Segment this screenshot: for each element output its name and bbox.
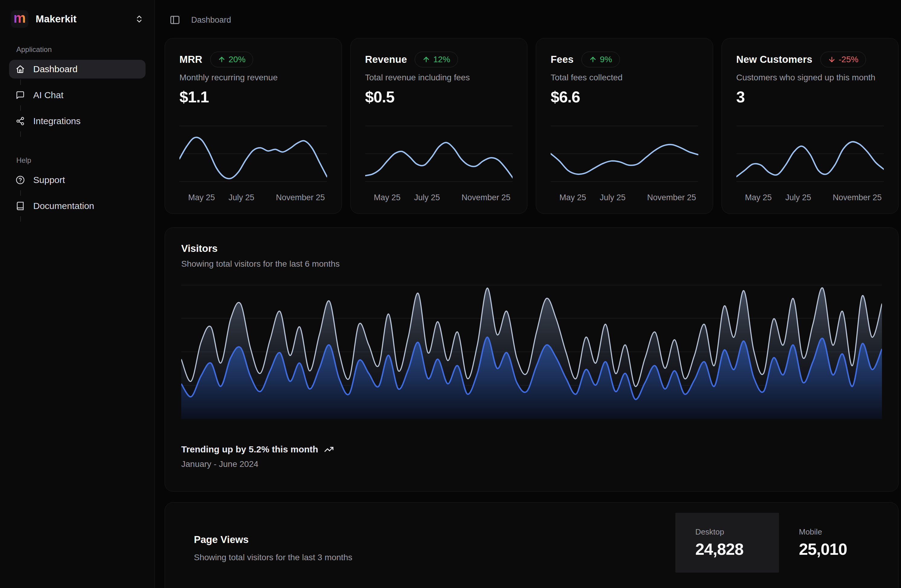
sidebar-item-label: AI Chat bbox=[33, 90, 64, 100]
stat-card-mrr: MRR 20% Monthly recurring revenue $1.1 M… bbox=[165, 38, 342, 214]
stat-card-new-customers: New Customers -25% Customers who signed … bbox=[722, 38, 899, 214]
toggle-value: 24,828 bbox=[695, 540, 779, 558]
sidebar-item-label: Support bbox=[33, 175, 65, 185]
sidebar-section-help: Help bbox=[16, 156, 146, 165]
book-icon bbox=[16, 201, 25, 211]
trend-badge: 20% bbox=[210, 51, 253, 67]
stat-value: $6.6 bbox=[550, 88, 698, 106]
stat-description: Monthly recurring revenue bbox=[179, 73, 327, 83]
trending-up-icon bbox=[324, 445, 334, 454]
sparkline-x-axis: May 25July 25November 25 bbox=[550, 193, 698, 203]
stat-value: $0.5 bbox=[365, 88, 513, 106]
page-views-title: Page Views bbox=[194, 534, 352, 546]
stat-value: $1.1 bbox=[179, 88, 327, 106]
tree-guide bbox=[20, 80, 21, 85]
sparkline-x-axis: May 25July 25November 25 bbox=[736, 193, 884, 203]
stat-description: Total revenue including fees bbox=[365, 73, 513, 83]
chevrons-up-down-icon bbox=[135, 14, 144, 23]
tree-guide bbox=[20, 131, 21, 137]
sidebar-item-documentation[interactable]: Documentation bbox=[9, 197, 146, 215]
stat-title: MRR bbox=[179, 54, 203, 65]
sidebar-item-label: Documentation bbox=[33, 201, 94, 211]
help-circle-icon bbox=[16, 175, 25, 184]
workspace-name: Makerkit bbox=[36, 13, 128, 25]
arrow-down-icon bbox=[828, 56, 836, 64]
sparkline-chart bbox=[736, 123, 884, 185]
stat-title: Fees bbox=[550, 54, 574, 65]
stat-card-revenue: Revenue 12% Total revenue including fees… bbox=[351, 38, 528, 214]
sidebar-section-application: Application bbox=[16, 45, 146, 54]
arrow-up-icon bbox=[218, 56, 226, 64]
sparkline-chart bbox=[179, 123, 327, 185]
sidebar: m Makerkit Application Dashboard AI Chat… bbox=[0, 0, 155, 588]
toggle-label: Desktop bbox=[695, 527, 779, 537]
share-icon bbox=[16, 117, 25, 126]
tree-guide bbox=[20, 105, 21, 111]
stat-title: Revenue bbox=[365, 54, 407, 65]
page-views-toggles: Desktop 24,828 Mobile 25,010 bbox=[675, 513, 882, 572]
trend-badge: 9% bbox=[581, 51, 619, 67]
visitors-title: Visitors bbox=[181, 243, 882, 254]
visitors-card: Visitors Showing total visitors for the … bbox=[165, 228, 899, 492]
arrow-up-icon bbox=[422, 56, 430, 64]
stat-title: New Customers bbox=[736, 54, 812, 65]
toggle-desktop[interactable]: Desktop 24,828 bbox=[675, 513, 779, 572]
message-square-icon bbox=[16, 90, 25, 100]
breadcrumb: Dashboard bbox=[191, 16, 231, 25]
main-content: Dashboard MRR 20% Monthly recurring reve… bbox=[155, 0, 901, 588]
sidebar-item-dashboard[interactable]: Dashboard bbox=[9, 60, 146, 78]
arrow-up-icon bbox=[589, 56, 597, 64]
sparkline-chart bbox=[550, 123, 698, 185]
sidebar-item-integrations[interactable]: Integrations bbox=[9, 112, 146, 131]
tree-guide bbox=[20, 190, 21, 196]
tree-guide bbox=[20, 216, 21, 221]
sidebar-item-ai-chat[interactable]: AI Chat bbox=[9, 86, 146, 104]
trend-badge: 12% bbox=[415, 51, 458, 67]
stat-description: Total fees collected bbox=[550, 73, 698, 83]
sidebar-toggle-icon[interactable] bbox=[170, 14, 180, 25]
trend-badge: -25% bbox=[820, 51, 866, 67]
toggle-mobile[interactable]: Mobile 25,010 bbox=[779, 513, 882, 572]
makerkit-logo: m bbox=[11, 10, 28, 28]
home-icon bbox=[16, 65, 25, 74]
page-views-subtitle: Showing total visitors for the last 3 mo… bbox=[194, 553, 352, 562]
page-views-card: Page Views Showing total visitors for th… bbox=[165, 502, 899, 588]
visitors-period: January - June 2024 bbox=[181, 459, 882, 469]
topbar: Dashboard bbox=[165, 0, 899, 38]
stat-card-fees: Fees 9% Total fees collected $6.6 May 25… bbox=[536, 38, 713, 214]
sidebar-item-support[interactable]: Support bbox=[9, 171, 146, 189]
visitors-area-chart bbox=[181, 284, 882, 419]
sidebar-item-label: Integrations bbox=[33, 116, 81, 126]
stat-cards-row: MRR 20% Monthly recurring revenue $1.1 M… bbox=[165, 38, 899, 214]
toggle-label: Mobile bbox=[799, 527, 882, 537]
visitors-subtitle: Showing total visitors for the last 6 mo… bbox=[181, 259, 882, 269]
toggle-value: 25,010 bbox=[799, 540, 882, 558]
stat-description: Customers who signed up this month bbox=[736, 73, 884, 83]
sparkline-x-axis: May 25July 25November 25 bbox=[179, 193, 327, 203]
workspace-selector[interactable]: m Makerkit bbox=[9, 9, 146, 29]
stat-value: 3 bbox=[736, 88, 884, 106]
visitors-trend: Trending up by 5.2% this month bbox=[181, 444, 882, 454]
sparkline-x-axis: May 25July 25November 25 bbox=[365, 193, 513, 203]
sparkline-chart bbox=[365, 123, 513, 185]
sidebar-item-label: Dashboard bbox=[33, 64, 78, 74]
